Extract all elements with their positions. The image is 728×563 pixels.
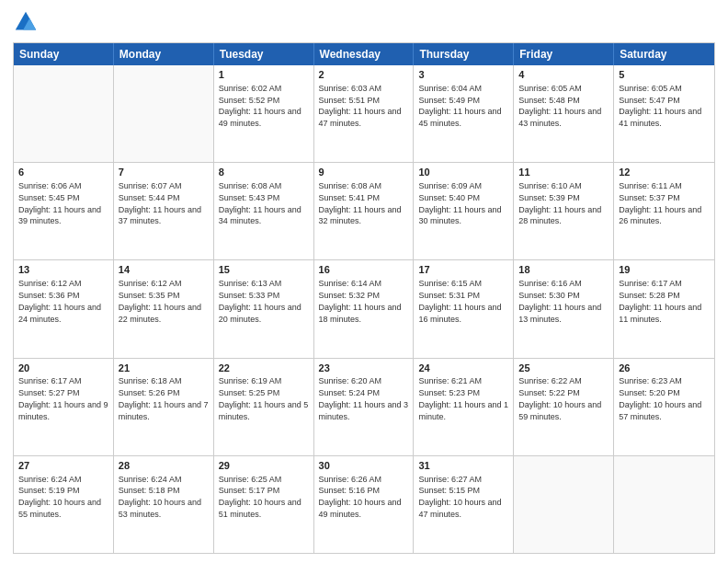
day-number: 12 <box>619 166 710 179</box>
day-info: Sunrise: 6:04 AM Sunset: 5:49 PM Dayligh… <box>418 84 501 128</box>
calendar-cell: 30Sunrise: 6:26 AM Sunset: 5:16 PM Dayli… <box>314 456 415 553</box>
day-number: 10 <box>418 166 508 179</box>
calendar: SundayMondayTuesdayWednesdayThursdayFrid… <box>13 42 715 554</box>
calendar-cell <box>14 65 114 162</box>
day-info: Sunrise: 6:13 AM Sunset: 5:33 PM Dayligh… <box>219 279 301 323</box>
calendar-header-cell: Thursday <box>414 43 514 65</box>
calendar-cell: 15Sunrise: 6:13 AM Sunset: 5:33 PM Dayli… <box>214 260 314 357</box>
day-info: Sunrise: 6:10 AM Sunset: 5:39 PM Dayligh… <box>518 181 601 225</box>
day-info: Sunrise: 6:07 AM Sunset: 5:44 PM Dayligh… <box>119 181 201 225</box>
logo-icon <box>13 9 39 35</box>
day-number: 5 <box>619 68 710 82</box>
day-number: 29 <box>219 459 309 473</box>
day-info: Sunrise: 6:09 AM Sunset: 5:40 PM Dayligh… <box>418 181 501 225</box>
calendar-cell <box>514 456 614 553</box>
day-info: Sunrise: 6:15 AM Sunset: 5:31 PM Dayligh… <box>418 279 501 323</box>
day-info: Sunrise: 6:22 AM Sunset: 5:22 PM Dayligh… <box>518 376 601 420</box>
day-info: Sunrise: 6:08 AM Sunset: 5:43 PM Dayligh… <box>219 181 301 225</box>
day-number: 30 <box>319 459 409 473</box>
calendar-cell: 6Sunrise: 6:06 AM Sunset: 5:45 PM Daylig… <box>14 163 114 259</box>
calendar-week-row: 6Sunrise: 6:06 AM Sunset: 5:45 PM Daylig… <box>14 163 714 260</box>
day-number: 26 <box>619 362 710 375</box>
logo <box>13 9 42 35</box>
day-number: 11 <box>518 166 609 179</box>
day-number: 1 <box>219 68 309 82</box>
day-number: 2 <box>319 68 409 82</box>
day-info: Sunrise: 6:05 AM Sunset: 5:47 PM Dayligh… <box>619 84 701 128</box>
day-number: 14 <box>119 263 209 277</box>
day-info: Sunrise: 6:16 AM Sunset: 5:30 PM Dayligh… <box>518 279 601 323</box>
day-info: Sunrise: 6:03 AM Sunset: 5:51 PM Dayligh… <box>319 84 402 128</box>
calendar-cell: 13Sunrise: 6:12 AM Sunset: 5:36 PM Dayli… <box>14 260 114 357</box>
calendar-header-cell: Saturday <box>614 43 714 65</box>
calendar-header-cell: Monday <box>114 43 214 65</box>
day-number: 19 <box>619 263 710 277</box>
day-info: Sunrise: 6:27 AM Sunset: 5:15 PM Dayligh… <box>418 475 501 519</box>
calendar-week-row: 27Sunrise: 6:24 AM Sunset: 5:19 PM Dayli… <box>14 456 714 553</box>
calendar-cell: 12Sunrise: 6:11 AM Sunset: 5:37 PM Dayli… <box>614 163 714 259</box>
day-info: Sunrise: 6:12 AM Sunset: 5:36 PM Dayligh… <box>18 279 101 323</box>
calendar-week-row: 13Sunrise: 6:12 AM Sunset: 5:36 PM Dayli… <box>14 260 714 358</box>
day-number: 18 <box>518 263 609 277</box>
day-info: Sunrise: 6:17 AM Sunset: 5:28 PM Dayligh… <box>619 279 701 323</box>
day-number: 28 <box>119 459 209 473</box>
calendar-cell: 5Sunrise: 6:05 AM Sunset: 5:47 PM Daylig… <box>614 65 714 162</box>
day-number: 17 <box>418 263 508 277</box>
calendar-cell: 14Sunrise: 6:12 AM Sunset: 5:35 PM Dayli… <box>114 260 214 357</box>
day-number: 24 <box>418 362 508 375</box>
day-info: Sunrise: 6:19 AM Sunset: 5:25 PM Dayligh… <box>219 376 309 420</box>
day-number: 22 <box>219 362 309 375</box>
calendar-cell: 2Sunrise: 6:03 AM Sunset: 5:51 PM Daylig… <box>314 65 415 162</box>
calendar-header-cell: Tuesday <box>214 43 314 65</box>
day-info: Sunrise: 6:24 AM Sunset: 5:19 PM Dayligh… <box>18 475 101 519</box>
day-info: Sunrise: 6:11 AM Sunset: 5:37 PM Dayligh… <box>619 181 701 225</box>
header <box>13 9 715 35</box>
calendar-cell: 26Sunrise: 6:23 AM Sunset: 5:20 PM Dayli… <box>614 359 714 455</box>
day-info: Sunrise: 6:02 AM Sunset: 5:52 PM Dayligh… <box>219 84 301 128</box>
day-info: Sunrise: 6:18 AM Sunset: 5:26 PM Dayligh… <box>119 376 209 420</box>
day-info: Sunrise: 6:20 AM Sunset: 5:24 PM Dayligh… <box>319 376 409 420</box>
calendar-cell: 24Sunrise: 6:21 AM Sunset: 5:23 PM Dayli… <box>414 359 514 455</box>
calendar-cell: 25Sunrise: 6:22 AM Sunset: 5:22 PM Dayli… <box>514 359 614 455</box>
day-number: 23 <box>319 362 409 375</box>
calendar-cell: 8Sunrise: 6:08 AM Sunset: 5:43 PM Daylig… <box>214 163 314 259</box>
calendar-header-row: SundayMondayTuesdayWednesdayThursdayFrid… <box>14 43 714 65</box>
day-number: 9 <box>319 166 409 179</box>
calendar-cell: 28Sunrise: 6:24 AM Sunset: 5:18 PM Dayli… <box>114 456 214 553</box>
day-number: 7 <box>119 166 209 179</box>
day-number: 6 <box>18 166 108 179</box>
calendar-cell <box>614 456 714 553</box>
calendar-body: 1Sunrise: 6:02 AM Sunset: 5:52 PM Daylig… <box>14 65 714 553</box>
day-info: Sunrise: 6:26 AM Sunset: 5:16 PM Dayligh… <box>319 475 402 519</box>
calendar-cell: 4Sunrise: 6:05 AM Sunset: 5:48 PM Daylig… <box>514 65 614 162</box>
day-info: Sunrise: 6:14 AM Sunset: 5:32 PM Dayligh… <box>319 279 402 323</box>
calendar-cell: 18Sunrise: 6:16 AM Sunset: 5:30 PM Dayli… <box>514 260 614 357</box>
calendar-header-cell: Friday <box>514 43 614 65</box>
day-info: Sunrise: 6:21 AM Sunset: 5:23 PM Dayligh… <box>418 376 508 420</box>
calendar-header-cell: Sunday <box>14 43 114 65</box>
calendar-cell: 3Sunrise: 6:04 AM Sunset: 5:49 PM Daylig… <box>414 65 514 162</box>
calendar-cell: 20Sunrise: 6:17 AM Sunset: 5:27 PM Dayli… <box>14 359 114 455</box>
calendar-header-cell: Wednesday <box>314 43 415 65</box>
day-info: Sunrise: 6:08 AM Sunset: 5:41 PM Dayligh… <box>319 181 402 225</box>
day-number: 13 <box>18 263 108 277</box>
day-info: Sunrise: 6:05 AM Sunset: 5:48 PM Dayligh… <box>518 84 601 128</box>
calendar-cell: 31Sunrise: 6:27 AM Sunset: 5:15 PM Dayli… <box>414 456 514 553</box>
calendar-week-row: 1Sunrise: 6:02 AM Sunset: 5:52 PM Daylig… <box>14 65 714 163</box>
day-number: 20 <box>18 362 108 375</box>
day-info: Sunrise: 6:17 AM Sunset: 5:27 PM Dayligh… <box>18 376 108 420</box>
calendar-cell: 1Sunrise: 6:02 AM Sunset: 5:52 PM Daylig… <box>214 65 314 162</box>
calendar-cell: 22Sunrise: 6:19 AM Sunset: 5:25 PM Dayli… <box>214 359 314 455</box>
day-info: Sunrise: 6:24 AM Sunset: 5:18 PM Dayligh… <box>119 475 201 519</box>
day-info: Sunrise: 6:06 AM Sunset: 5:45 PM Dayligh… <box>18 181 101 225</box>
day-number: 3 <box>418 68 508 82</box>
calendar-cell: 19Sunrise: 6:17 AM Sunset: 5:28 PM Dayli… <box>614 260 714 357</box>
calendar-cell: 23Sunrise: 6:20 AM Sunset: 5:24 PM Dayli… <box>314 359 415 455</box>
calendar-cell: 9Sunrise: 6:08 AM Sunset: 5:41 PM Daylig… <box>314 163 415 259</box>
day-info: Sunrise: 6:25 AM Sunset: 5:17 PM Dayligh… <box>219 475 301 519</box>
calendar-cell: 10Sunrise: 6:09 AM Sunset: 5:40 PM Dayli… <box>414 163 514 259</box>
day-info: Sunrise: 6:23 AM Sunset: 5:20 PM Dayligh… <box>619 376 701 420</box>
calendar-cell: 17Sunrise: 6:15 AM Sunset: 5:31 PM Dayli… <box>414 260 514 357</box>
calendar-cell: 16Sunrise: 6:14 AM Sunset: 5:32 PM Dayli… <box>314 260 415 357</box>
day-number: 8 <box>219 166 309 179</box>
